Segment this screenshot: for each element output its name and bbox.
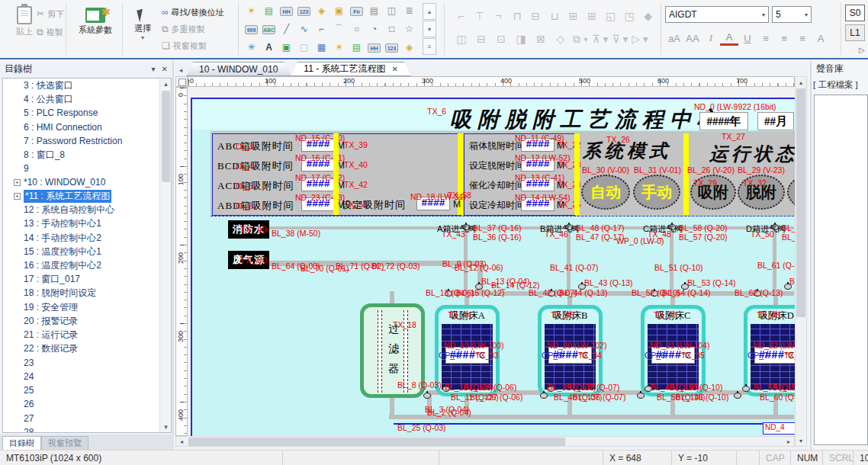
align-left-icon[interactable]: ⌐ [452, 6, 471, 26]
address-label[interactable]: BL_127 (Q-06) [470, 393, 522, 402]
address-label[interactable]: TX_43 [442, 230, 465, 239]
cut-button[interactable]: ✂ 剪下 [37, 6, 64, 21]
tree-item[interactable]: 27 [3, 412, 171, 425]
address-label[interactable]: BL_146 (Q-10) [676, 393, 728, 402]
arc-icon[interactable]: ⌒ [330, 21, 348, 37]
auto-mode-button[interactable]: 自动 [581, 175, 630, 210]
row-label[interactable]: ABC箱吸附时间 [217, 140, 294, 153]
tree-item[interactable]: 20 : 报警记录 [3, 314, 171, 328]
align-middle-icon[interactable]: ⊟ [526, 6, 545, 26]
scroll-up-icon[interactable]: ▲ [160, 79, 172, 89]
object-scroll-up-icon[interactable]: ▴ [423, 3, 436, 20]
picture-icon[interactable]: ▣ [278, 39, 295, 56]
address-label[interactable]: BL_60 (Q-13) [760, 393, 795, 402]
year-display[interactable]: ####年 [699, 112, 748, 130]
tx-label[interactable]: TX_6 [234, 202, 253, 211]
scroll-down-icon[interactable]: ▼ [160, 422, 172, 432]
address-label[interactable]: BL_31 (V-01) [634, 166, 681, 175]
address-label[interactable]: BL_135 (Q-07) [567, 383, 619, 393]
tree-scrollbar[interactable]: ▲ ▼ [159, 79, 171, 432]
panel-collapse-icon[interactable]: ▾ [152, 65, 156, 73]
tree-expand-icon[interactable]: + [14, 179, 21, 186]
address-label[interactable]: BL_48 (Q-17) [576, 224, 625, 233]
window-copy-button[interactable]: ❏ 視窗複製 [162, 38, 207, 53]
tree-item[interactable]: 17 : 窗口_017 [3, 273, 171, 287]
bring-front-icon[interactable]: ⊼ ▾ [590, 29, 610, 49]
table-icon[interactable]: ▦ [313, 39, 330, 56]
address-label[interactable]: BL_67 (Q-21) [782, 233, 795, 242]
address-label[interactable]: BL_26 (V-20) [687, 166, 735, 175]
address-label[interactable]: BL_53 (Q-14) [687, 279, 736, 288]
project-file-button[interactable]: [ 工程檔案 ] [813, 79, 866, 91]
valve-icon[interactable] [540, 393, 548, 399]
send-back-icon[interactable]: ⊽ ▾ [610, 29, 630, 49]
object-scroll-down-icon[interactable]: ▾ [423, 21, 436, 37]
tree-item[interactable]: 23 [3, 356, 171, 370]
font-size-combo[interactable]: 5 ▾ [772, 6, 812, 23]
align-bottom-icon[interactable]: ⊔ [545, 6, 564, 26]
macro-button-icon[interactable]: Fn [350, 7, 363, 16]
same-width-icon[interactable]: ⊞ [564, 6, 583, 26]
pie-icon[interactable]: ◔ [365, 21, 383, 37]
ribbon-overflow-icon[interactable]: ▷ [859, 46, 865, 54]
italic-icon[interactable]: I [702, 29, 720, 47]
row-label[interactable]: BCD箱吸附时间 [217, 159, 294, 173]
language-1-button[interactable]: L1 [845, 24, 865, 41]
address-label[interactable]: BL_41 (Q-07) [550, 264, 599, 273]
font-name-combo[interactable]: AIGDT ▾ [665, 6, 769, 23]
address-label[interactable]: BL_8 (Q-03) [397, 381, 442, 390]
multi-state-lamp-icon[interactable]: ▤ [260, 2, 278, 19]
tx-address-label[interactable]: TX_40 [344, 161, 368, 170]
scroll-down-icon[interactable]: ▾ [796, 435, 806, 446]
tx-address-label[interactable]: TX_27 [722, 133, 745, 142]
align-text-center-icon[interactable]: ≡ [775, 29, 793, 47]
multi-copy-button[interactable]: ⧉ 多重複製 [162, 21, 205, 37]
option-list-icon[interactable]: ≣ [400, 2, 418, 19]
nudge-icon[interactable]: ◳ [620, 6, 639, 26]
panel-close-icon[interactable]: ✕ [162, 65, 168, 73]
close-icon[interactable]: ✕ [391, 65, 397, 73]
folder-icon-2[interactable]: ◈ [400, 39, 418, 56]
tree-item[interactable]: 3 : 快选窗口 [3, 79, 171, 92]
address-label[interactable]: BL_43 (Q-13) [584, 279, 633, 288]
address-label[interactable]: BL_58 (Q-20) [679, 224, 728, 233]
address-label[interactable]: BL_29 (V-23) [738, 166, 785, 175]
object-gallery-icon[interactable]: ≡ [423, 38, 436, 55]
tx-label[interactable]: TX_3 [234, 143, 253, 152]
valve-icon[interactable] [742, 386, 750, 392]
scroll-thumb[interactable] [162, 91, 170, 182]
font-color-icon[interactable]: A [720, 30, 738, 46]
canvas-horizontal-scrollbar[interactable]: ◂ ▸ [175, 436, 795, 447]
yellow-divider[interactable] [574, 133, 580, 215]
address-label[interactable]: BL_44 (Q-13) [559, 289, 608, 298]
rotate-icon[interactable]: ◇ [551, 29, 571, 49]
space-across-icon[interactable]: ◫ [452, 29, 471, 49]
scroll-left-icon[interactable]: ◂ [176, 437, 187, 446]
address-label[interactable]: BL_62 (Q-13) [735, 289, 783, 298]
polyline-icon[interactable]: ⌐ [313, 21, 330, 37]
bit-lamp-icon[interactable]: ☀ [243, 2, 260, 19]
tree-item[interactable]: 14 : 手动控制中心2 [3, 231, 171, 245]
tree-item[interactable]: 15 : 温度控制中心1 [3, 245, 171, 258]
space-down-icon[interactable]: ⊟ [471, 29, 491, 49]
tree-item[interactable]: + *10 : WINDOW_010 [3, 175, 171, 189]
system-parameters-button[interactable]: 系統參數 [72, 3, 119, 53]
tx-address-label[interactable]: TX_26 [606, 136, 630, 145]
month-display[interactable]: ##月 [757, 112, 794, 130]
row-label[interactable]: ACD箱吸附时间 [217, 179, 294, 193]
set-word-button-icon[interactable]: 123 [297, 7, 310, 16]
tree-item[interactable]: 25 [3, 383, 171, 397]
scroll-thumb[interactable] [796, 88, 805, 317]
address-label[interactable]: BL_54 (Q-14) [662, 289, 711, 298]
address-label[interactable]: TX_48 [648, 230, 671, 239]
tab-window-preview[interactable]: 視窗預覽 [41, 436, 88, 450]
tree-item[interactable]: 18 : 脱附时间设定 [3, 287, 171, 300]
flip-icon[interactable]: ▷ ▾ [630, 29, 650, 49]
flow-title-text[interactable]: 吸附脱附工艺流程中心 [450, 105, 725, 134]
address-label[interactable]: BL_36 (Q-16) [473, 233, 522, 242]
tree-item[interactable]: 12 : 系统自动控制中心 [3, 204, 171, 217]
ascii-display-icon[interactable]: ABC [262, 25, 275, 34]
lamp-icon-2[interactable]: ☀ [330, 39, 348, 56]
address-label[interactable]: ND_0 (LW-9922 (16bit) [694, 103, 776, 112]
tree-item[interactable]: 26 [3, 397, 171, 411]
